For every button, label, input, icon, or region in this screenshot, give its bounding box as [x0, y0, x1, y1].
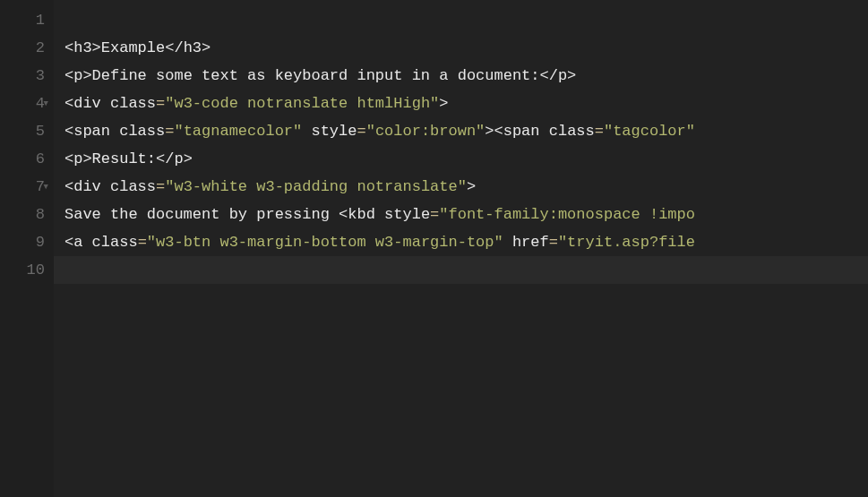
fold-marker-icon[interactable]: ▼ — [44, 90, 48, 117]
code-line[interactable] — [64, 6, 868, 34]
line-number[interactable]: 9 — [0, 228, 45, 256]
line-number[interactable]: 1 — [0, 6, 45, 34]
code-line[interactable]: Save the document by pressing <kbd style… — [64, 201, 868, 228]
code-line[interactable]: <div class="w3-code notranslate htmlHigh… — [64, 90, 868, 117]
code-line[interactable]: <div class="w3-white w3-padding notransl… — [64, 173, 868, 201]
line-number[interactable]: 5 — [0, 117, 45, 145]
code-line[interactable]: <p>Define some text as keyboard input in… — [64, 62, 868, 90]
code-content-area[interactable]: <h3>Example</h3> <p>Define some text as … — [54, 0, 868, 497]
code-line[interactable]: <h3>Example</h3> — [64, 34, 868, 62]
code-line[interactable]: <p>Result:</p> — [64, 145, 868, 173]
line-number[interactable]: 7▼ — [0, 173, 45, 201]
line-number[interactable]: 2 — [0, 34, 45, 62]
fold-marker-icon[interactable]: ▼ — [44, 173, 48, 201]
line-number[interactable]: 10 — [0, 256, 45, 284]
line-number[interactable]: 4▼ — [0, 90, 45, 117]
line-number[interactable]: 6 — [0, 145, 45, 173]
code-editor: 1 2 3 4▼ 5 6 7▼ 8 9 10 <h3>Example</h3> … — [0, 0, 868, 497]
current-line-highlight — [54, 256, 868, 284]
line-number-gutter[interactable]: 1 2 3 4▼ 5 6 7▼ 8 9 10 — [0, 0, 54, 497]
line-number[interactable]: 3 — [0, 62, 45, 90]
code-line[interactable]: <span class="tagnamecolor" style="color:… — [64, 117, 868, 145]
code-line[interactable]: <a class="w3-btn w3-margin-bottom w3-mar… — [64, 228, 868, 256]
line-number[interactable]: 8 — [0, 201, 45, 228]
